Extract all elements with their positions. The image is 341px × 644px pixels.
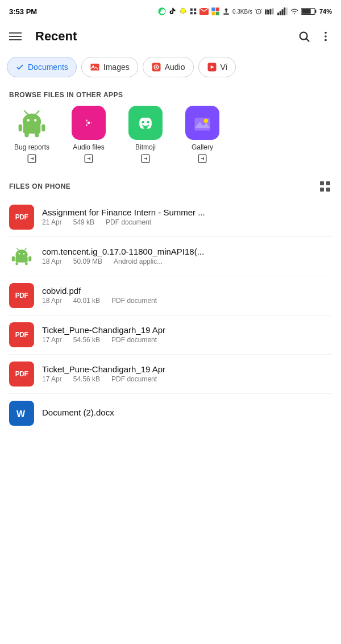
svg-rect-61 <box>320 188 324 192</box>
file-icon-pdf: PDF <box>9 205 34 230</box>
colorapp-icon <box>211 7 220 16</box>
svg-rect-54 <box>143 126 147 128</box>
svg-rect-69 <box>15 262 18 265</box>
svg-line-66 <box>16 248 18 250</box>
app-item-audio-files[interactable]: Audio files <box>66 106 111 164</box>
svg-rect-23 <box>302 9 311 14</box>
file-item[interactable]: PDF Assignment for Finance Intern - Summ… <box>0 198 341 236</box>
status-bar: 3:53 PM <box>0 0 341 20</box>
svg-text:4G: 4G <box>265 9 268 11</box>
network-speed: 0.3KB/s <box>232 9 252 15</box>
wifi-icon <box>290 7 299 15</box>
file-name: Ticket_Pune-Chandigarh_19 Apr <box>42 325 332 335</box>
app-label-bug-reports: Bug reports <box>14 143 49 152</box>
svg-point-27 <box>325 35 327 38</box>
file-size: 549 kB <box>73 218 94 226</box>
menu-button[interactable] <box>9 32 26 40</box>
file-item[interactable]: com.tencent.ig_0.17.0-11800_minAPI18(...… <box>0 237 341 276</box>
file-size: 40.01 kB <box>73 297 100 305</box>
file-item[interactable]: W Document (2).docx <box>0 394 341 433</box>
svg-rect-7 <box>216 7 219 11</box>
tab-documents[interactable]: Documents <box>7 57 77 77</box>
svg-rect-2 <box>194 9 196 11</box>
hamburger-line-1 <box>9 32 22 34</box>
network-4g-icon: 4G <box>265 7 275 15</box>
file-icon-pdf: PDF <box>9 322 34 347</box>
grid-toggle-button[interactable] <box>318 180 332 193</box>
svg-rect-9 <box>216 12 219 15</box>
app-bar: Recent <box>0 20 341 52</box>
svg-point-52 <box>142 121 144 124</box>
tab-audio[interactable]: Audio <box>143 57 194 77</box>
word-icon: W <box>14 406 29 421</box>
svg-line-67 <box>24 248 26 250</box>
file-list: PDF Assignment for Finance Intern - Summ… <box>0 198 341 433</box>
tab-images[interactable]: Images <box>81 57 138 77</box>
search-button[interactable] <box>298 30 310 43</box>
svg-rect-40 <box>23 124 41 134</box>
whatsapp-icon <box>157 7 167 16</box>
svg-rect-3 <box>190 12 193 14</box>
video-tab-icon <box>207 62 217 72</box>
status-icons: 0.3KB/s 4G <box>157 7 332 16</box>
images-tab-icon <box>90 63 100 72</box>
svg-rect-1 <box>190 9 193 11</box>
file-name: com.tencent.ig_0.17.0-11800_minAPI18(... <box>42 247 332 256</box>
svg-point-57 <box>204 119 208 123</box>
app-item-gallery[interactable]: Gallery <box>180 106 225 164</box>
grid-icon <box>189 7 197 15</box>
file-details: com.tencent.ig_0.17.0-11800_minAPI18(...… <box>42 247 332 265</box>
file-date: 17 Apr <box>42 336 62 344</box>
svg-point-33 <box>155 67 157 68</box>
file-item[interactable]: PDF Ticket_Pune-Chandigarh_19 Apr 17 Apr… <box>0 315 341 354</box>
file-type: Android applic... <box>114 257 163 265</box>
more-options-button[interactable] <box>319 30 332 43</box>
svg-rect-72 <box>28 256 31 261</box>
app-link-icon-gallery <box>197 153 207 164</box>
file-meta: 17 Apr 54.56 kB PDF document <box>42 375 332 383</box>
filter-tabs: Documents Images Audio Vi <box>0 52 341 82</box>
svg-point-64 <box>19 253 20 255</box>
file-item[interactable]: PDF Ticket_Pune-Chandigarh_19 Apr 17 Apr… <box>0 355 341 393</box>
bitmoji-icon <box>135 113 156 133</box>
files-section-title: FILES ON PHONE <box>9 182 70 190</box>
svg-rect-4 <box>194 12 196 14</box>
app-item-bug-reports[interactable]: Bug reports <box>9 106 55 164</box>
svg-rect-62 <box>326 188 330 192</box>
file-details: Ticket_Pune-Chandigarh_19 Apr 17 Apr 54.… <box>42 325 332 344</box>
tab-video-label: Vi <box>221 63 227 72</box>
svg-rect-20 <box>286 7 288 15</box>
file-size: 50.09 MB <box>73 257 102 265</box>
file-details: Ticket_Pune-Chandigarh_19 Apr 17 Apr 54.… <box>42 364 332 383</box>
app-item-bitmoji[interactable]: Bitmoji <box>123 106 168 164</box>
file-item[interactable]: PDF cobvid.pdf 18 Apr 40.01 kB PDF docum… <box>0 276 341 315</box>
more-vert-icon <box>319 30 332 43</box>
svg-line-38 <box>24 111 27 114</box>
tab-video[interactable]: Vi <box>198 57 236 77</box>
svg-rect-8 <box>211 12 215 15</box>
svg-line-39 <box>36 111 39 114</box>
file-name: Ticket_Pune-Chandigarh_19 Apr <box>42 364 332 374</box>
svg-rect-71 <box>12 256 15 261</box>
file-date: 21 Apr <box>42 218 62 226</box>
file-size: 54.56 kB <box>73 336 100 344</box>
tab-images-label: Images <box>103 63 130 72</box>
app-title: Recent <box>35 29 298 44</box>
svg-rect-14 <box>272 9 274 15</box>
file-name: Assignment for Finance Intern - Summer .… <box>42 207 332 217</box>
hamburger-line-3 <box>9 39 22 40</box>
alarm-icon <box>255 7 263 15</box>
android-bug-icon <box>16 107 47 138</box>
file-meta: 18 Apr 50.09 MB Android applic... <box>42 257 332 265</box>
gallery-icon <box>192 113 213 133</box>
file-icon-apk <box>9 244 34 269</box>
svg-rect-70 <box>25 262 28 265</box>
pdf-label: PDF <box>15 213 28 221</box>
search-icon <box>298 30 310 43</box>
app-bar-actions <box>298 30 332 43</box>
file-date: 18 Apr <box>42 257 62 265</box>
file-name: cobvid.pdf <box>42 286 332 296</box>
svg-point-37 <box>34 119 37 122</box>
svg-point-28 <box>325 39 327 41</box>
svg-point-24 <box>300 32 307 40</box>
